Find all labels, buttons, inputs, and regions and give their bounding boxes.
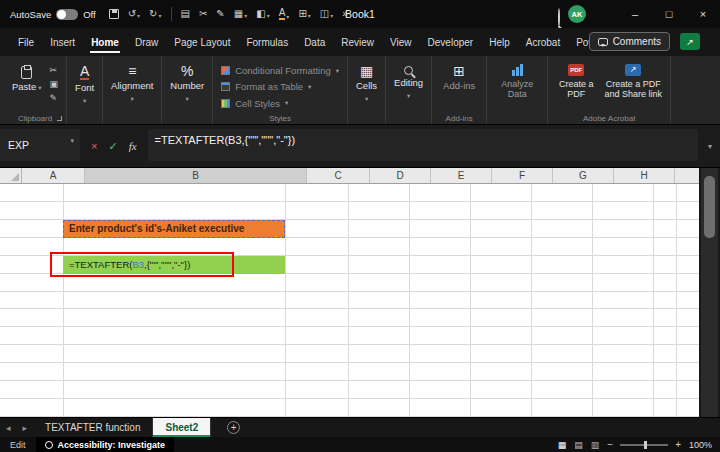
select-all-corner[interactable] — [0, 168, 22, 183]
autosave-switch[interactable] — [56, 9, 78, 20]
gridline — [285, 184, 286, 417]
addins-button[interactable]: ⊞ Add-ins — [440, 61, 478, 111]
number-menu-button[interactable]: % Number ▾ — [170, 61, 204, 111]
column-header-h[interactable]: H — [614, 168, 675, 183]
undo-icon: ↺ — [128, 9, 136, 19]
cut-icon[interactable]: ✂ — [199, 9, 207, 19]
comment-icon — [598, 38, 608, 46]
addins-label: Add-ins — [443, 81, 475, 92]
editing-menu-button[interactable]: Editing ▾ — [394, 61, 423, 111]
zoom-slider[interactable] — [620, 444, 668, 446]
sheet-tab-textafter-function[interactable]: TEXTAFTER function — [33, 418, 153, 437]
zoom-slider-knob[interactable] — [644, 441, 647, 449]
column-header-g[interactable]: G — [553, 168, 614, 183]
column-header-a[interactable]: A — [22, 168, 85, 183]
vertical-scrollbar[interactable] — [701, 168, 718, 417]
chevron-down-icon: ▾ — [365, 95, 368, 102]
paste-label: Paste — [12, 82, 36, 93]
tab-formulas[interactable]: Formulas — [238, 28, 296, 56]
cell-styles-button[interactable]: Cell Styles ▾ — [221, 96, 339, 111]
zoom-in-icon[interactable]: + — [671, 439, 685, 450]
clipboard-icon[interactable]: ▤ — [181, 9, 190, 19]
cells-menu-button[interactable]: ▦ Cells ▾ — [356, 61, 377, 111]
fill-color-button[interactable]: ◧▾ — [256, 9, 269, 19]
borders-button[interactable]: ⊞▾ — [298, 9, 310, 19]
zoom-level[interactable]: 100% — [685, 440, 720, 450]
sheet-nav-left-icon[interactable]: ◂ — [0, 423, 17, 433]
tab-help[interactable]: Help — [481, 28, 518, 56]
cut-icon[interactable]: ✂ — [50, 65, 59, 76]
styles-group: Conditional Formatting ▾ Format as Table… — [213, 56, 348, 124]
tab-page-layout[interactable]: Page Layout — [166, 28, 238, 56]
font-color-button[interactable]: A▾ — [279, 8, 290, 20]
tab-view[interactable]: View — [382, 28, 420, 56]
redo-icon: ↻ — [149, 9, 157, 19]
create-pdf-button[interactable]: PDF Create a PDF — [556, 61, 596, 111]
format-painter-icon[interactable]: ✎ — [216, 9, 224, 19]
zoom-out-icon[interactable]: − — [603, 439, 617, 450]
save-icon[interactable] — [109, 9, 119, 19]
sheet-nav-right-icon[interactable]: ▸ — [17, 423, 34, 433]
tab-draw[interactable]: Draw — [127, 28, 166, 56]
column-header-b[interactable]: B — [85, 168, 307, 183]
share-icon[interactable]: ↗ — [680, 33, 700, 50]
formula-bar-expand-icon[interactable]: ▾ — [700, 125, 720, 167]
chevron-down-icon: ▾ — [137, 13, 140, 19]
close-button[interactable]: × — [686, 0, 720, 28]
format-painter-icon[interactable]: ✎ — [50, 93, 59, 104]
account-avatar[interactable]: AK — [568, 5, 586, 23]
add-sheet-button[interactable]: + — [227, 421, 240, 434]
vertical-scrollbar-thumb[interactable] — [704, 176, 715, 238]
column-header-d[interactable]: D — [370, 168, 431, 183]
chevron-down-icon: ▾ — [83, 97, 86, 104]
tab-review[interactable]: Review — [333, 28, 382, 56]
chevron-down-icon: ▾ — [330, 13, 333, 19]
conditional-formatting-icon — [221, 66, 230, 75]
font-menu-button[interactable]: A Font ▾ — [75, 61, 94, 111]
analyze-data-button[interactable]: Analyze Data — [495, 61, 539, 111]
borders-icon: ⊞ — [298, 9, 306, 19]
maximize-button[interactable]: □ — [652, 0, 686, 28]
paste-button[interactable]: Paste▾ — [12, 61, 42, 111]
name-box[interactable]: EXP ▾ — [0, 129, 80, 161]
sheet-tab-sheet2[interactable]: Sheet2 — [153, 418, 211, 437]
tab-developer[interactable]: Developer — [420, 28, 482, 56]
normal-view-icon[interactable]: ▦ — [554, 440, 571, 450]
cell-b3[interactable]: Enter product's id's-Aniket executive — [63, 220, 285, 238]
create-pdf-share-button[interactable]: ↗ Create a PDF and Share link — [604, 61, 662, 111]
alignment-menu-button[interactable]: ≡ Alignment ▾ — [111, 61, 153, 111]
grid-body[interactable]: Enter product's id's-Aniket executive =T… — [0, 184, 699, 417]
merge-button[interactable]: ◫▾ — [320, 9, 333, 19]
tab-insert[interactable]: Insert — [42, 28, 83, 56]
column-header-e[interactable]: E — [431, 168, 492, 183]
autosave-label: AutoSave — [10, 9, 51, 20]
minimize-button[interactable]: – — [618, 0, 652, 28]
column-header-c[interactable]: C — [307, 168, 370, 183]
column-header-partial[interactable] — [675, 168, 699, 183]
tab-data[interactable]: Data — [296, 28, 333, 56]
column-header-f[interactable]: F — [492, 168, 553, 183]
table-button[interactable]: ▦▾ — [234, 9, 247, 19]
tab-home[interactable]: Home — [83, 28, 127, 56]
autosave-toggle[interactable]: AutoSave Off — [10, 9, 96, 20]
accessibility-checker[interactable]: Accessibility: Investigate — [36, 437, 175, 452]
page-layout-view-icon[interactable]: ▤ — [570, 440, 587, 450]
redo-button[interactable]: ↻▾ — [149, 9, 161, 19]
formula-input[interactable]: =TEXTAFTER(B3,{"'","''","-"}) — [148, 129, 698, 161]
enter-icon[interactable]: ✓ — [108, 140, 117, 153]
copy-icon[interactable]: ▣ — [50, 79, 59, 90]
clipboard-dialog-launcher-icon[interactable] — [57, 116, 62, 121]
conditional-formatting-button[interactable]: Conditional Formatting ▾ — [221, 63, 339, 78]
window-title: Book1 — [345, 8, 375, 20]
page-break-view-icon[interactable]: ▥ — [587, 440, 604, 450]
tab-acrobat[interactable]: Acrobat — [518, 28, 568, 56]
comments-button[interactable]: Comments — [589, 32, 670, 51]
cancel-icon[interactable]: × — [91, 140, 97, 152]
tab-file[interactable]: File — [10, 28, 42, 56]
search-icon[interactable] — [558, 9, 560, 27]
format-as-table-button[interactable]: Format as Table ▾ — [221, 79, 339, 94]
undo-button[interactable]: ↺▾ — [128, 9, 140, 19]
formula-buttons: × ✓ fx — [80, 125, 148, 167]
insert-function-icon[interactable]: fx — [129, 140, 137, 152]
acrobat-group-label: Adobe Acrobat — [548, 114, 670, 123]
